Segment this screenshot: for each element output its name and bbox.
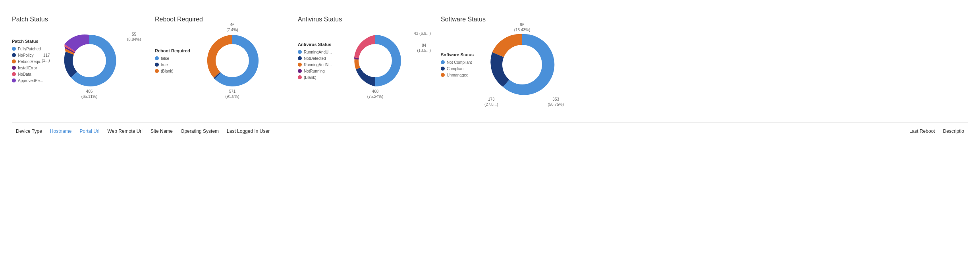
reboot-required-legend-title: Reboot Required: [155, 48, 195, 53]
legend-item-5: ApprovedPe...: [12, 78, 52, 83]
table-header-os[interactable]: Operating System: [177, 126, 223, 136]
sw-legend-dot-2: [441, 73, 445, 77]
sw-legend-item-0: Not Compliant: [441, 60, 480, 65]
av-legend-item-0: RunningAndU...: [298, 50, 338, 54]
reboot-required-title: Reboot Required: [155, 16, 203, 23]
software-legend-title: Software Status: [441, 52, 480, 57]
patch-label-top-right: 55(8.84%): [127, 32, 141, 42]
sw-legend-label-0: Not Compliant: [447, 60, 472, 65]
reboot-legend-item-0: false: [155, 56, 195, 61]
reboot-label-bottom: 571(91.8%): [225, 89, 239, 99]
patch-status-svg: [60, 31, 119, 90]
table-header-row: Device Type Hostname Portal Url Web Remo…: [12, 122, 968, 140]
legend-label-no-policy: NoPolicy: [18, 53, 33, 57]
software-status-content: Software Status Not Compliant Compliant …: [441, 31, 556, 98]
patch-label-bottom: 405(65.11%): [81, 89, 98, 99]
antivirus-legend-title: Antivirus Status: [298, 42, 338, 47]
legend-label-reboot-req: RebootRequ...: [18, 59, 44, 64]
antivirus-status-title: Antivirus Status: [298, 16, 342, 23]
av-legend-item-2: RunningAndN...: [298, 63, 338, 67]
legend-item-0: FullyPatched: [12, 47, 52, 51]
av-label-bottom: 468(75.24%): [367, 89, 384, 99]
legend-item-3: InstallError: [12, 66, 52, 70]
sw-legend-dot-1: [441, 67, 445, 71]
legend-dot-approved: [12, 78, 16, 82]
patch-label-left: 117(1...): [42, 53, 50, 63]
reboot-svg: [203, 31, 262, 90]
reboot-legend-dot-true: [155, 63, 159, 67]
reboot-legend-item-1: true: [155, 63, 195, 67]
legend-label-install-error: InstallError: [18, 66, 37, 70]
av-legend-label-2: RunningAndN...: [304, 63, 332, 67]
charts-row: Patch Status Patch Status FullyPatched N…: [12, 8, 968, 114]
av-legend-item-3: NotRunning: [298, 69, 338, 73]
legend-dot-fully-patched: [12, 47, 16, 51]
legend-dot-no-data: [12, 72, 16, 76]
table-header-description[interactable]: Descriptio: [939, 126, 968, 136]
antivirus-status-content: Antivirus Status RunningAndU... NotDetec…: [298, 31, 405, 90]
av-legend-dot-4: [298, 75, 302, 79]
software-svg: [488, 31, 556, 98]
patch-status-donut[interactable]: 55(8.84%) 117(1...) 405(65.11%): [60, 31, 119, 90]
sw-label-top: 96(15.43%): [514, 22, 531, 33]
reboot-legend-label-true: true: [161, 63, 168, 67]
table-header-hostname[interactable]: Hostname: [46, 126, 76, 136]
reboot-legend-dot-blank: [155, 69, 159, 73]
software-donut[interactable]: 96(15.43%) 173(27.8...) 353(56.75%): [488, 31, 556, 98]
av-legend-label-4: (Blank): [304, 75, 316, 80]
av-legend-dot-2: [298, 63, 302, 67]
reboot-required-legend: Reboot Required false true (Blank): [155, 48, 195, 73]
reboot-required-section: Reboot Required Reboot Required false tr…: [155, 16, 274, 90]
legend-dot-reboot-req: [12, 59, 16, 63]
legend-label-no-data: NoData: [18, 72, 31, 77]
legend-label-fully-patched: FullyPatched: [18, 47, 41, 51]
sw-legend-item-2: Unmanaged: [441, 73, 480, 77]
antivirus-status-section: Antivirus Status Antivirus Status Runnin…: [298, 16, 417, 90]
av-legend-dot-1: [298, 56, 302, 60]
svg-point-1: [216, 44, 249, 77]
sw-legend-item-1: Compliant: [441, 67, 480, 71]
sw-label-bottom-right: 353(56.75%): [548, 97, 564, 107]
svg-point-2: [359, 44, 392, 77]
sw-legend-dot-0: [441, 60, 445, 64]
av-legend-label-3: NotRunning: [304, 69, 325, 73]
sw-legend-label-1: Compliant: [447, 67, 465, 71]
av-legend-dot-0: [298, 50, 302, 54]
patch-status-legend-title: Patch Status: [12, 39, 52, 44]
table-header-last-reboot[interactable]: Last Reboot: [905, 126, 939, 136]
software-status-title: Software Status: [441, 16, 486, 23]
reboot-required-donut[interactable]: 46(7.4%) 571(91.8%): [203, 31, 262, 90]
reboot-legend-label-false: false: [161, 56, 169, 61]
antivirus-donut[interactable]: 43 (6.9...) 84(13.5...) 468(75.24%): [345, 31, 405, 90]
patch-status-title: Patch Status: [12, 16, 48, 23]
legend-dot-no-policy: [12, 53, 16, 57]
antivirus-legend: Antivirus Status RunningAndU... NotDetec…: [298, 42, 338, 80]
reboot-legend-item-2: (Blank): [155, 69, 195, 73]
table-header-last-logged-in-user[interactable]: Last Logged In User: [223, 126, 905, 136]
svg-point-0: [73, 44, 106, 77]
legend-dot-install-error: [12, 66, 16, 70]
software-status-section: Software Status Software Status Not Comp…: [441, 16, 560, 98]
legend-label-approved: ApprovedPe...: [18, 78, 43, 83]
av-legend-item-4: (Blank): [298, 75, 338, 80]
table-header-web-remote-url[interactable]: Web Remote Url: [104, 126, 147, 136]
reboot-legend-label-blank: (Blank): [161, 69, 174, 73]
patch-status-content: Patch Status FullyPatched NoPolicy Reboo…: [12, 31, 119, 90]
av-legend-dot-3: [298, 69, 302, 73]
svg-point-3: [502, 45, 542, 84]
dashboard: Patch Status Patch Status FullyPatched N…: [0, 0, 980, 148]
antivirus-svg: [345, 31, 405, 90]
table-header-site-name[interactable]: Site Name: [147, 126, 177, 136]
av-label-right: 84(13.5...): [417, 43, 431, 53]
patch-status-section: Patch Status Patch Status FullyPatched N…: [12, 16, 131, 90]
sw-label-bottom-left: 173(27.8...): [484, 97, 498, 107]
reboot-required-content: Reboot Required false true (Blank): [155, 31, 262, 90]
software-legend: Software Status Not Compliant Compliant …: [441, 52, 480, 77]
av-legend-item-1: NotDetected: [298, 56, 338, 61]
table-header-portal-url[interactable]: Portal Url: [76, 126, 104, 136]
reboot-label-top: 46(7.4%): [226, 22, 238, 33]
av-legend-label-0: RunningAndU...: [304, 50, 332, 54]
legend-item-4: NoData: [12, 72, 52, 77]
table-header-device-type[interactable]: Device Type: [12, 126, 46, 136]
reboot-legend-dot-false: [155, 56, 159, 60]
